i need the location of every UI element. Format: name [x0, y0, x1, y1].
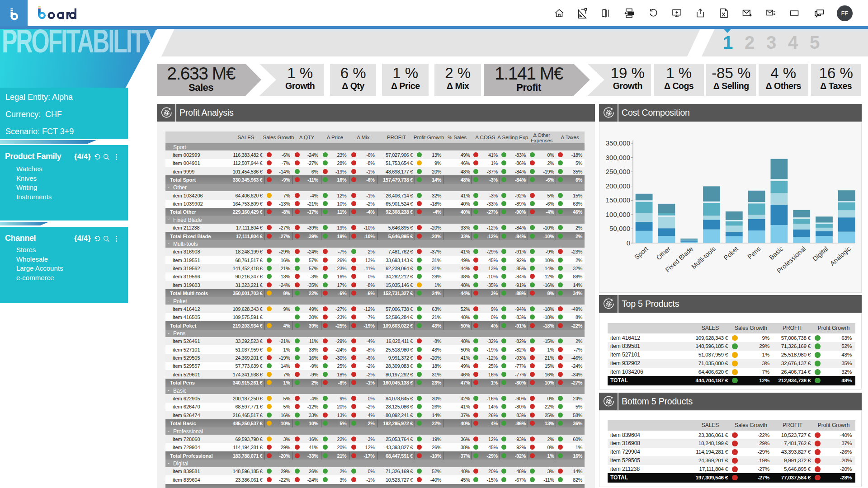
svg-text:Pens: Pens	[746, 245, 762, 260]
svg-text:Multi-tools: Multi-tools	[690, 245, 717, 270]
svg-text:200,000: 200,000	[606, 182, 630, 190]
svg-text:50,000: 50,000	[609, 225, 630, 232]
svg-text:350,000: 350,000	[606, 139, 630, 147]
svg-text:Other: Other	[655, 245, 672, 261]
svg-text:0: 0	[627, 239, 630, 247]
svg-text:100,000: 100,000	[606, 211, 630, 218]
svg-text:Analogic: Analogic	[829, 245, 852, 267]
svg-text:250,000: 250,000	[606, 168, 630, 175]
svg-text:150,000: 150,000	[606, 196, 630, 204]
svg-text:300,000: 300,000	[606, 154, 630, 161]
svg-text:Sport: Sport	[633, 245, 649, 261]
svg-text:Basic: Basic	[768, 245, 784, 261]
svg-text:Poket: Poket	[722, 245, 740, 262]
svg-text:Digital: Digital	[811, 245, 830, 263]
